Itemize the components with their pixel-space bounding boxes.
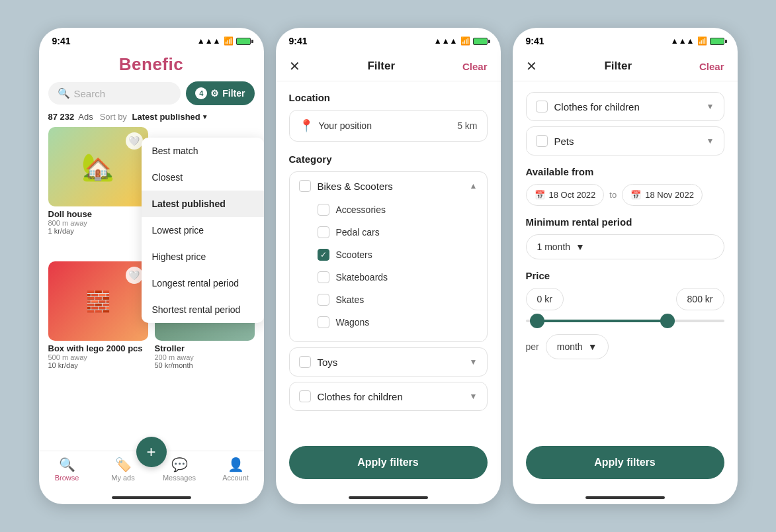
home-indicator-2 xyxy=(349,496,428,499)
wifi-icon-3: 📶 xyxy=(697,36,707,46)
subcategory-list-0: Accessories Pedal cars ✓ Scooters Skateb… xyxy=(299,192,478,333)
sort-latest-published[interactable]: Latest published xyxy=(142,191,264,217)
cat-left-clothes-3: Clothes for children xyxy=(536,101,640,112)
sort-highest-price[interactable]: Highest price xyxy=(142,244,264,270)
signal-icon: ▲▲▲ xyxy=(197,36,221,46)
cat-chevron-pets-3: ▼ xyxy=(707,136,714,146)
cat-name-1: Toys xyxy=(318,357,338,368)
filter-body-2: Location 📍 Your position 5 km Category B… xyxy=(276,81,501,438)
sub-checkbox-pedalcars[interactable] xyxy=(318,226,329,238)
nav-account-label: Account xyxy=(222,474,249,482)
cat-checkbox-0[interactable] xyxy=(299,180,311,192)
nav-account[interactable]: 👤 Account xyxy=(208,457,264,482)
sort-longest-rental[interactable]: Longest rental period xyxy=(142,270,264,296)
filter-body-3: Clothes for children ▼ Pets ▼ Available … xyxy=(513,81,738,438)
category-label: Category xyxy=(289,154,488,165)
price-slider-thumb-right[interactable] xyxy=(660,314,675,328)
location-pin-icon: 📍 xyxy=(299,118,314,133)
filter-clear-button-3[interactable]: Clear xyxy=(699,61,724,72)
sub-checkbox-scooters[interactable]: ✓ xyxy=(318,249,329,261)
per-label: per xyxy=(526,341,539,352)
nav-browse-label: Browse xyxy=(55,474,79,482)
search-placeholder: Search xyxy=(74,88,106,99)
to-label: to xyxy=(609,190,617,200)
sub-checkbox-accessories[interactable] xyxy=(318,204,329,216)
category-row-1[interactable]: Toys ▼ xyxy=(299,356,478,368)
cat-checkbox-clothes-3[interactable] xyxy=(536,101,548,112)
cat-checkbox-1[interactable] xyxy=(299,356,311,368)
status-icons-3: ▲▲▲ 📶 xyxy=(671,36,724,46)
listing-card-0[interactable]: 🏡 🤍 Doll house 800 m away 1 kr/day xyxy=(48,127,148,255)
per-row: per month ▼ xyxy=(526,334,724,359)
filter-title-3: Filter xyxy=(604,60,632,73)
filter-close-button-3[interactable]: ✕ xyxy=(526,58,537,74)
apply-filters-button-2[interactable]: Apply filters xyxy=(289,446,488,479)
wifi-icon-2: 📶 xyxy=(460,36,470,46)
filter-close-button[interactable]: ✕ xyxy=(289,58,300,74)
cat-name-2: Clothes for children xyxy=(318,391,403,402)
nav-browse[interactable]: 🔍 Browse xyxy=(39,457,95,482)
cat-name-clothes-3: Clothes for children xyxy=(554,101,640,112)
sub-checkbox-skates[interactable] xyxy=(318,294,329,306)
listing-distance-0: 800 m away xyxy=(48,219,148,227)
sort-closest[interactable]: Closest xyxy=(142,164,264,191)
ads-sort-row: 87 232 Ads Sort by Latest published ▼ xyxy=(39,112,264,127)
heart-btn-0[interactable]: 🤍 xyxy=(126,132,143,150)
sort-shortest-rental[interactable]: Shortest rental period xyxy=(142,296,264,323)
status-time-3: 9:41 xyxy=(526,36,544,46)
sub-name-skates: Skates xyxy=(336,294,365,305)
category-row-pets-3[interactable]: Pets ▼ xyxy=(536,135,714,147)
sub-skates[interactable]: Skates xyxy=(318,288,478,311)
listing-card-2[interactable]: 🧱 🤍 Box with lego 2000 pcs 500 m away 10… xyxy=(48,261,148,369)
date-to-pill[interactable]: 📅 18 Nov 2022 xyxy=(622,184,703,206)
battery-icon-2 xyxy=(473,38,488,45)
sub-name-pedalcars: Pedal cars xyxy=(336,227,380,238)
status-bar-1: 9:41 ▲▲▲ 📶 xyxy=(39,28,264,49)
location-row[interactable]: 📍 Your position 5 km xyxy=(289,110,488,142)
min-rental-dropdown[interactable]: 1 month ▼ xyxy=(526,234,724,259)
filter-button[interactable]: 4 ⚙ Filter xyxy=(186,81,254,105)
cat-chevron-clothes-3: ▼ xyxy=(707,102,714,111)
heart-btn-2[interactable]: 🤍 xyxy=(126,267,143,284)
sort-selected[interactable]: Latest published ▼ xyxy=(132,112,208,122)
category-row-clothes-3[interactable]: Clothes for children ▼ xyxy=(536,101,714,112)
category-row-2[interactable]: Clothes for children ▼ xyxy=(299,390,478,402)
price-max-value: 800 kr xyxy=(676,288,724,310)
category-row-0[interactable]: Bikes & Scooters ▲ xyxy=(299,180,478,192)
price-slider-thumb-left[interactable] xyxy=(530,314,544,328)
search-input-wrap[interactable]: 🔍 Search xyxy=(48,82,181,105)
per-dropdown[interactable]: month ▼ xyxy=(546,334,609,359)
date-from-pill[interactable]: 📅 18 Oct 2022 xyxy=(526,184,605,206)
add-fab-button[interactable]: + xyxy=(136,437,167,467)
filter-clear-button-2[interactable]: Clear xyxy=(462,61,488,72)
listing-title-2: Box with lego 2000 pcs xyxy=(48,343,148,353)
sub-accessories[interactable]: Accessories xyxy=(318,199,478,221)
sub-pedal-cars[interactable]: Pedal cars xyxy=(318,221,478,244)
sub-checkbox-wagons[interactable] xyxy=(318,316,329,328)
status-time-2: 9:41 xyxy=(289,36,308,46)
location-label: Location xyxy=(289,92,488,103)
sub-wagons[interactable]: Wagons xyxy=(318,311,478,333)
category-pets-3: Pets ▼ xyxy=(526,126,724,155)
min-rental-chevron-icon: ▼ xyxy=(576,242,585,252)
cat-checkbox-pets-3[interactable] xyxy=(536,135,548,147)
sort-chevron-icon: ▼ xyxy=(202,113,208,120)
cat-chevron-0: ▲ xyxy=(470,181,478,191)
listing-distance-3: 200 m away xyxy=(155,353,255,361)
sort-best-match[interactable]: Best match xyxy=(142,138,264,164)
apply-filters-button-3[interactable]: Apply filters xyxy=(526,446,724,479)
status-time-1: 9:41 xyxy=(52,36,71,46)
battery-icon xyxy=(236,38,251,45)
category-toys: Toys ▼ xyxy=(289,347,488,377)
sort-lowest-price[interactable]: Lowest price xyxy=(142,217,264,244)
cat-checkbox-2[interactable] xyxy=(299,390,311,402)
sub-scooters[interactable]: ✓ Scooters xyxy=(318,244,478,266)
sub-checkbox-skateboards[interactable] xyxy=(318,271,329,283)
status-icons-1: ▲▲▲ 📶 xyxy=(197,36,251,46)
filter-header-3: ✕ Filter Clear xyxy=(513,49,738,81)
listing-title-3: Stroller xyxy=(155,343,255,353)
ads-label: Ads xyxy=(78,112,93,122)
sub-skateboards[interactable]: Skateboards xyxy=(318,266,478,288)
location-distance: 5 km xyxy=(457,120,477,131)
price-slider-fill xyxy=(534,320,671,322)
